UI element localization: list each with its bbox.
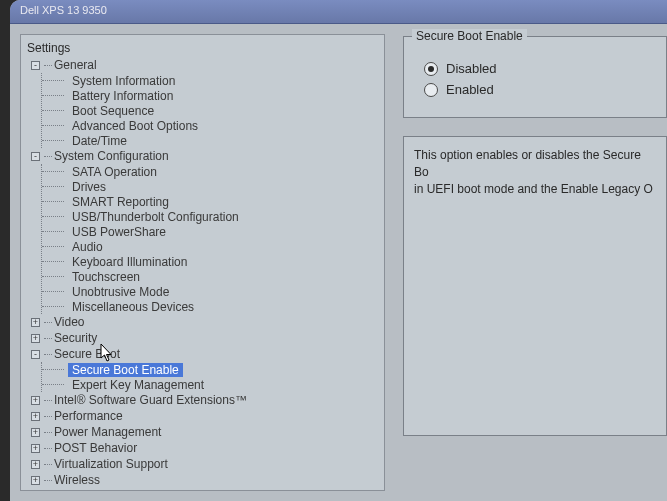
expander-minus-icon[interactable]: -	[31, 350, 40, 359]
tree-item[interactable]: USB/Thunderbolt Configuration	[42, 209, 378, 224]
settings-tree-panel: Settings -GeneralSystem InformationBatte…	[20, 34, 385, 491]
expander-plus-icon[interactable]: +	[31, 476, 40, 485]
tree-item[interactable]: SATA Operation	[42, 164, 378, 179]
workarea: Settings -GeneralSystem InformationBatte…	[20, 34, 667, 491]
settings-tree: -GeneralSystem InformationBattery Inform…	[25, 57, 378, 491]
tree-category-row[interactable]: -General	[31, 57, 378, 73]
tree-item-label: Battery Information	[68, 89, 177, 103]
radio-icon	[424, 83, 438, 97]
tree-category-label: Wireless	[54, 473, 100, 487]
tree-connector-icon	[42, 231, 64, 232]
tree-item[interactable]: Keyboard Illumination	[42, 254, 378, 269]
tree-connector-icon	[44, 448, 52, 449]
expander-plus-icon[interactable]: +	[31, 460, 40, 469]
tree-category: +Performance	[31, 408, 378, 424]
tree-item-label: Miscellaneous Devices	[68, 300, 198, 314]
tree-item[interactable]: Advanced Boot Options	[42, 118, 378, 133]
tree-connector-icon	[44, 400, 52, 401]
tree-connector-icon	[44, 464, 52, 465]
tree-connector-icon	[44, 480, 52, 481]
tree-item[interactable]: Battery Information	[42, 88, 378, 103]
tree-category-row[interactable]: +Video	[31, 314, 378, 330]
tree-connector-icon	[42, 306, 64, 307]
tree-category: +Wireless	[31, 472, 378, 488]
tree-category-row[interactable]: +Power Management	[31, 424, 378, 440]
tree-item-label: Keyboard Illumination	[68, 255, 191, 269]
tree-category-row[interactable]: +Maintenance	[31, 488, 378, 491]
tree-category-row[interactable]: +Intel® Software Guard Extensions™	[31, 392, 378, 408]
tree-category-row[interactable]: +Wireless	[31, 472, 378, 488]
tree-category-label: POST Behavior	[54, 441, 137, 455]
tree-category-row[interactable]: +Performance	[31, 408, 378, 424]
tree-item[interactable]: Expert Key Management	[42, 377, 378, 392]
tree-category: -System ConfigurationSATA OperationDrive…	[31, 148, 378, 314]
tree-connector-icon	[44, 432, 52, 433]
tree-connector-icon	[42, 246, 64, 247]
radio-option-enabled[interactable]: Enabled	[424, 82, 652, 97]
tree-connector-icon	[42, 276, 64, 277]
tree-category: +Maintenance	[31, 488, 378, 491]
tree-item[interactable]: Date/Time	[42, 133, 378, 148]
tree-connector-icon	[44, 65, 52, 66]
bios-window: Dell XPS 13 9350 Settings -GeneralSystem…	[10, 0, 667, 501]
tree-connector-icon	[42, 125, 64, 126]
tree-category-row[interactable]: +POST Behavior	[31, 440, 378, 456]
tree-root-label: Settings	[27, 41, 378, 55]
radio-label: Enabled	[446, 82, 494, 97]
tree-item[interactable]: Secure Boot Enable	[42, 362, 378, 377]
tree-item-label: USB/Thunderbolt Configuration	[68, 210, 243, 224]
tree-connector-icon	[44, 156, 52, 157]
radio-option-disabled[interactable]: Disabled	[424, 61, 652, 76]
tree-category-label: General	[54, 58, 97, 72]
secure-boot-enable-group: Secure Boot Enable Disabled Enabled	[403, 36, 667, 118]
tree-category-row[interactable]: +Virtualization Support	[31, 456, 378, 472]
tree-children: SATA OperationDrivesSMART ReportingUSB/T…	[41, 164, 378, 314]
tree-item-label: Expert Key Management	[68, 378, 208, 392]
tree-item[interactable]: USB PowerShare	[42, 224, 378, 239]
tree-category-label: Intel® Software Guard Extensions™	[54, 393, 247, 407]
tree-category: +Video	[31, 314, 378, 330]
tree-item-label: Touchscreen	[68, 270, 144, 284]
tree-item[interactable]: Drives	[42, 179, 378, 194]
tree-category-row[interactable]: +Security	[31, 330, 378, 346]
tree-item[interactable]: System Information	[42, 73, 378, 88]
tree-category: +Virtualization Support	[31, 456, 378, 472]
tree-connector-icon	[42, 384, 64, 385]
tree-connector-icon	[42, 186, 64, 187]
tree-category-label: Power Management	[54, 425, 161, 439]
tree-item[interactable]: Audio	[42, 239, 378, 254]
tree-category: +Security	[31, 330, 378, 346]
expander-plus-icon[interactable]: +	[31, 428, 40, 437]
tree-connector-icon	[44, 354, 52, 355]
tree-item[interactable]: Boot Sequence	[42, 103, 378, 118]
tree-connector-icon	[42, 80, 64, 81]
tree-connector-icon	[42, 171, 64, 172]
tree-item[interactable]: Unobtrusive Mode	[42, 284, 378, 299]
expander-minus-icon[interactable]: -	[31, 61, 40, 70]
tree-connector-icon	[42, 261, 64, 262]
expander-plus-icon[interactable]: +	[31, 412, 40, 421]
tree-category-label: Performance	[54, 409, 123, 423]
tree-category-row[interactable]: -System Configuration	[31, 148, 378, 164]
tree-category-label: Maintenance	[54, 489, 123, 491]
tree-category-row[interactable]: -Secure Boot	[31, 346, 378, 362]
tree-connector-icon	[42, 369, 64, 370]
tree-connector-icon	[42, 110, 64, 111]
tree-connector-icon	[42, 201, 64, 202]
tree-category: -Secure BootSecure Boot EnableExpert Key…	[31, 346, 378, 392]
tree-connector-icon	[42, 95, 64, 96]
expander-plus-icon[interactable]: +	[31, 318, 40, 327]
tree-item-label: USB PowerShare	[68, 225, 170, 239]
tree-item[interactable]: SMART Reporting	[42, 194, 378, 209]
window-titlebar: Dell XPS 13 9350	[10, 0, 667, 24]
expander-plus-icon[interactable]: +	[31, 444, 40, 453]
tree-connector-icon	[44, 338, 52, 339]
tree-item[interactable]: Miscellaneous Devices	[42, 299, 378, 314]
tree-category: +Intel® Software Guard Extensions™	[31, 392, 378, 408]
tree-item[interactable]: Touchscreen	[42, 269, 378, 284]
tree-category: +POST Behavior	[31, 440, 378, 456]
expander-plus-icon[interactable]: +	[31, 334, 40, 343]
expander-plus-icon[interactable]: +	[31, 396, 40, 405]
description-line: This option enables or disables the Secu…	[414, 148, 641, 179]
expander-minus-icon[interactable]: -	[31, 152, 40, 161]
